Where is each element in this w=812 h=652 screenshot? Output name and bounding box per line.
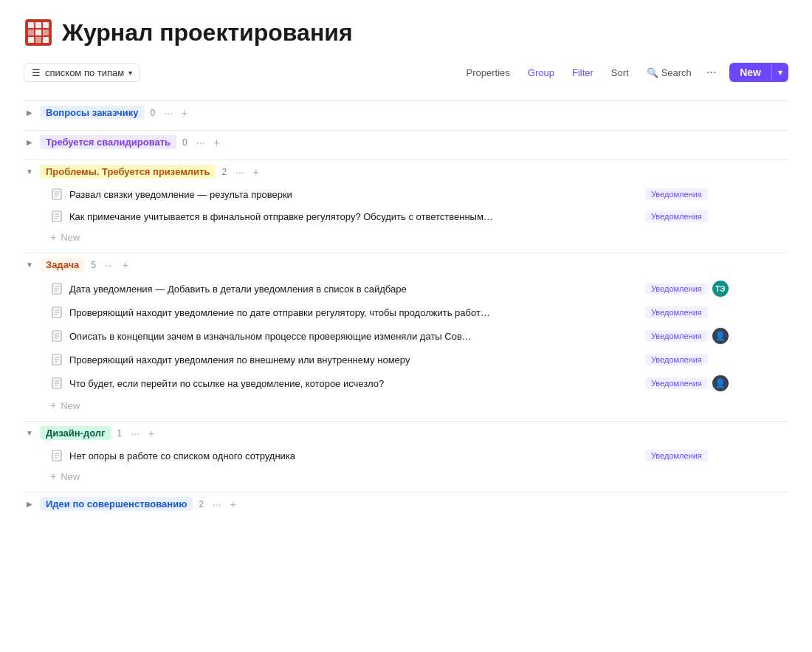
svg-rect-2: [35, 22, 41, 28]
section-header-problemy[interactable]: ▼Проблемы. Требуется приземлить2···+: [24, 159, 788, 183]
new-item-label: New: [61, 232, 80, 243]
group-button[interactable]: Group: [520, 64, 562, 82]
section-count: 5: [91, 260, 96, 270]
view-label: списком по типам: [45, 67, 124, 78]
document-icon: [50, 377, 63, 390]
list-item[interactable]: Описать в концепции зачем в изначальном …: [47, 323, 788, 349]
view-icon: ☰: [32, 67, 41, 78]
page-title: Журнал проектирования: [62, 19, 353, 47]
item-text: Проверяющий находит уведомления по внешн…: [69, 354, 645, 366]
chevron-icon: ▼: [24, 259, 35, 271]
document-icon: [50, 353, 63, 366]
section-header-trebuetsya[interactable]: ▶Требуется свалидировать0···+: [24, 130, 788, 154]
section-header-dizajn[interactable]: ▼Дизайн-долг1···+: [24, 421, 788, 445]
list-item[interactable]: Проверяющий находит уведомление по дате …: [47, 301, 788, 323]
svg-rect-6: [43, 30, 49, 35]
list-item[interactable]: Как примечание учитывается в финальной о…: [47, 205, 788, 227]
section-add-button[interactable]: +: [120, 258, 131, 272]
sort-button[interactable]: Sort: [604, 64, 636, 82]
section-label: Задача: [40, 258, 85, 272]
sections-container: ▶Вопросы заказчику0···+▶Требуется свалид…: [24, 100, 788, 515]
item-tag: Уведомления: [645, 188, 708, 200]
chevron-icon: ▶: [24, 107, 35, 119]
item-tag: Уведомления: [645, 354, 708, 366]
section-more-button[interactable]: ···: [210, 498, 224, 511]
document-icon: [50, 282, 63, 295]
section-label: Дизайн-долг: [40, 426, 111, 440]
list-item[interactable]: Проверяющий находит уведомления по внешн…: [47, 349, 788, 371]
document-icon: [50, 306, 63, 319]
list-item[interactable]: Нет опоры в работе со списком одного сот…: [47, 445, 788, 467]
add-item-button[interactable]: + New: [47, 467, 788, 486]
section-more-button[interactable]: ···: [161, 106, 176, 120]
new-item-label: New: [61, 471, 80, 482]
list-item[interactable]: Дата уведомления — Добавить в детали уве…: [47, 276, 788, 301]
avatar: 👤: [712, 328, 729, 344]
list-item[interactable]: Что будет, если перейти по ссылке на уве…: [47, 371, 788, 396]
chevron-icon: ▶: [24, 498, 35, 510]
section-more-button[interactable]: ···: [193, 136, 208, 149]
new-button[interactable]: New: [729, 63, 771, 82]
plus-icon: +: [50, 470, 56, 482]
item-tag: Уведомления: [645, 283, 708, 295]
section-actions: ···+: [193, 136, 223, 149]
section-trebuetsya: ▶Требуется свалидировать0···+: [24, 130, 788, 154]
item-text: Нет опоры в работе со списком одного сот…: [69, 450, 645, 461]
new-item-label: New: [61, 400, 80, 411]
toolbar-right: Properties Group Filter Sort 🔍 Search ··…: [459, 62, 788, 83]
section-header-idei[interactable]: ▶Идеи по совершенствованию2···+: [24, 492, 788, 515]
avatar: 👤: [712, 375, 729, 391]
more-options-button[interactable]: ···: [702, 62, 720, 83]
section-count: 2: [199, 499, 204, 509]
item-tags: УведомленияТЭ: [645, 281, 729, 297]
chevron-icon: ▼: [24, 166, 35, 178]
svg-rect-3: [43, 22, 49, 28]
section-count: 0: [182, 137, 187, 148]
search-icon: 🔍: [647, 67, 658, 78]
page-icon: [24, 18, 53, 47]
section-add-button[interactable]: +: [227, 498, 239, 511]
document-icon: [50, 188, 63, 201]
document-icon: [50, 210, 63, 223]
item-tag: Уведомления: [645, 330, 708, 342]
section-voprosy: ▶Вопросы заказчику0···+: [24, 100, 788, 124]
document-icon: [50, 329, 63, 343]
section-items: Нет опоры в работе со списком одного сот…: [24, 445, 788, 486]
filter-button[interactable]: Filter: [565, 64, 601, 82]
section-actions: ···+: [128, 427, 157, 440]
new-button-caret[interactable]: ▾: [771, 64, 788, 81]
view-selector[interactable]: ☰ списком по типам ▾: [24, 64, 140, 82]
item-tags: Уведомления👤: [645, 328, 729, 344]
item-text: Развал связки уведомление — результа про…: [69, 189, 645, 200]
item-text: Как примечание учитывается в финальной о…: [69, 211, 645, 222]
section-zadacha: ▼Задача5···+Дата уведомления — Добавить …: [24, 253, 788, 415]
section-add-button[interactable]: +: [250, 165, 262, 179]
item-tags: Уведомления: [645, 450, 708, 461]
toolbar-left: ☰ списком по типам ▾: [24, 64, 140, 82]
list-item[interactable]: Развал связки уведомление — результа про…: [47, 183, 788, 205]
item-text: Описать в концепции зачем в изначальном …: [69, 331, 645, 342]
item-tag: Уведомления: [645, 450, 708, 461]
section-add-button[interactable]: +: [179, 106, 190, 120]
section-more-button[interactable]: ···: [102, 258, 117, 272]
section-problemy: ▼Проблемы. Требуется приземлить2···+Разв…: [24, 159, 788, 247]
section-header-zadacha[interactable]: ▼Задача5···+: [24, 253, 788, 276]
plus-icon: +: [50, 231, 56, 243]
page-header: Журнал проектирования: [24, 18, 788, 47]
chevron-icon: ▶: [24, 137, 35, 148]
properties-button[interactable]: Properties: [459, 64, 517, 82]
add-item-button[interactable]: + New: [47, 396, 788, 415]
item-text: Что будет, если перейти по ссылке на уве…: [69, 378, 645, 389]
svg-rect-8: [35, 37, 41, 43]
section-more-button[interactable]: ···: [128, 427, 142, 440]
svg-rect-7: [28, 37, 34, 43]
section-more-button[interactable]: ···: [233, 165, 247, 179]
section-add-button[interactable]: +: [145, 427, 157, 440]
search-button[interactable]: 🔍 Search: [639, 64, 699, 82]
add-item-button[interactable]: + New: [47, 227, 788, 247]
item-tags: Уведомления: [645, 306, 708, 318]
item-tags: Уведомления: [645, 210, 708, 222]
section-add-button[interactable]: +: [210, 136, 222, 149]
svg-rect-4: [28, 30, 34, 35]
section-header-voprosy[interactable]: ▶Вопросы заказчику0···+: [24, 100, 788, 124]
